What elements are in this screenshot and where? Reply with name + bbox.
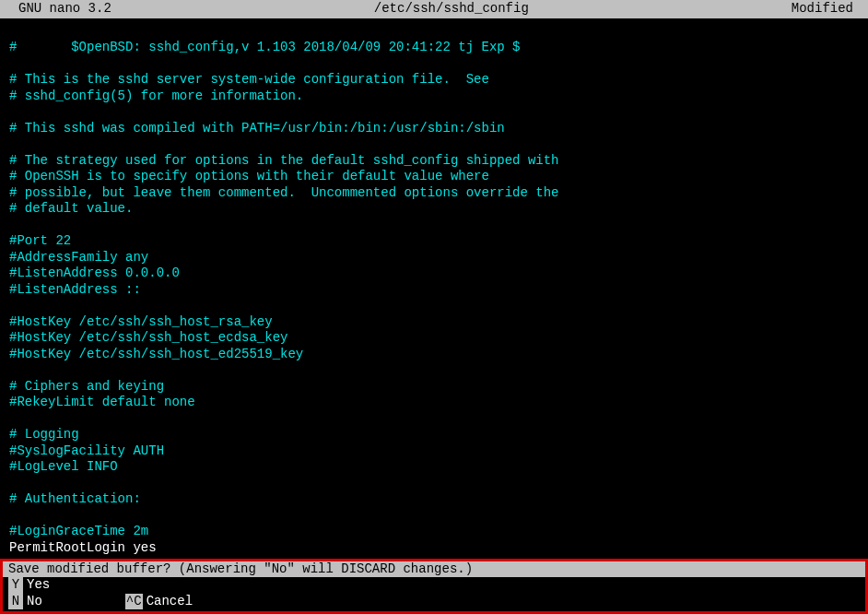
option-cancel[interactable]: ^CCancel <box>125 594 193 610</box>
content-line <box>9 298 859 314</box>
modified-status: Modified <box>792 1 862 18</box>
content-line: # The strategy used for options in the d… <box>9 153 859 170</box>
content-line: # Ciphers and keying <box>9 379 859 396</box>
content-line: #SyslogFacility AUTH <box>9 443 859 460</box>
content-line: #AddressFamily any <box>9 250 859 266</box>
content-line: #LoginGraceTime 2m <box>9 524 859 540</box>
content-line: # OpenSSH is to specify options with the… <box>9 169 859 185</box>
file-path: /etc/ssh/sshd_config <box>111 1 792 18</box>
label-cancel: Cancel <box>147 594 193 608</box>
content-line <box>9 411 859 428</box>
label-yes: Yes <box>27 577 50 592</box>
content-line: # Authentication: <box>9 491 859 508</box>
option-no[interactable]: NNo <box>8 594 125 610</box>
content-line <box>9 104 859 121</box>
content-line: # default value. <box>9 201 859 218</box>
content-line: # This sshd was compiled with PATH=/usr/… <box>9 121 859 137</box>
content-line: #ListenAddress 0.0.0.0 <box>9 266 859 282</box>
content-line: # possible, but leave them commented. Un… <box>9 185 859 202</box>
option-yes[interactable]: YYes <box>8 577 133 594</box>
content-line-edited: PermitRootLogin yes <box>9 540 859 557</box>
title-bar: GNU nano 3.2 /etc/ssh/sshd_config Modifi… <box>0 0 868 18</box>
content-line: #LogLevel INFO <box>9 459 859 476</box>
app-name: GNU nano 3.2 <box>6 1 111 18</box>
content-line <box>9 476 859 492</box>
key-y: Y <box>8 577 23 594</box>
content-line: #ListenAddress :: <box>9 282 859 299</box>
content-line: # This is the sshd server system-wide co… <box>9 72 859 89</box>
content-line: # sshd_config(5) for more information. <box>9 89 859 105</box>
content-line: # $OpenBSD: sshd_config,v 1.103 2018/04/… <box>9 40 859 56</box>
content-line: #HostKey /etc/ssh/ssh_host_rsa_key <box>9 314 859 331</box>
prompt-options: YYes NNo ^CCancel <box>3 577 865 611</box>
content-line <box>9 136 859 153</box>
key-cancel: ^C <box>125 594 143 610</box>
content-line <box>9 218 859 234</box>
save-prompt: Save modified buffer? (Answering "No" wi… <box>0 559 868 615</box>
content-line: #HostKey /etc/ssh/ssh_host_ed25519_key <box>9 347 859 363</box>
content-line <box>9 362 859 379</box>
content-line <box>9 56 859 73</box>
content-line <box>9 508 859 525</box>
content-line <box>9 24 859 41</box>
content-line: # Logging <box>9 427 859 443</box>
prompt-question: Save modified buffer? (Answering "No" wi… <box>3 561 865 578</box>
key-n: N <box>8 594 23 610</box>
content-line: #Port 22 <box>9 233 859 250</box>
editor-content[interactable]: # $OpenBSD: sshd_config,v 1.103 2018/04/… <box>0 18 868 557</box>
label-no: No <box>27 594 42 608</box>
content-line: #HostKey /etc/ssh/ssh_host_ecdsa_key <box>9 330 859 347</box>
content-line: #RekeyLimit default none <box>9 395 859 411</box>
